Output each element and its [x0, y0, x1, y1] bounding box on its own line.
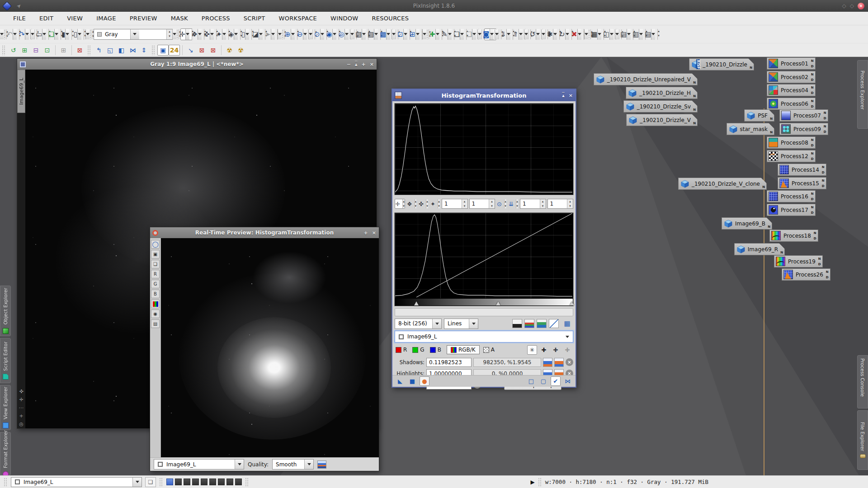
zoom-shrink[interactable]: ✜: [418, 199, 429, 209]
spinner-arrows[interactable]: [489, 199, 495, 208]
show-output[interactable]: ⇊: [508, 199, 519, 209]
track-icon[interactable]: ✛: [19, 397, 23, 402]
chevron-down-icon[interactable]: [25, 29, 29, 40]
chevron-down-icon[interactable]: [432, 319, 441, 328]
menu-item[interactable]: SCRIPT: [237, 15, 272, 22]
channel-b[interactable]: B: [430, 347, 441, 353]
spinner-arrows[interactable]: [657, 29, 660, 40]
spinner-arrows[interactable]: [438, 199, 440, 208]
monitor-profile[interactable]: ▣: [157, 45, 169, 56]
chevron-down-icon[interactable]: [506, 29, 510, 40]
chevron-down-icon[interactable]: [627, 29, 631, 40]
menu-item[interactable]: VIEW: [60, 15, 90, 22]
spinner-arrows[interactable]: [540, 199, 546, 208]
chevron-down-icon[interactable]: [584, 29, 588, 39]
chevron-down-icon[interactable]: [615, 29, 619, 39]
menu-item[interactable]: IMAGE: [90, 15, 123, 22]
monitor-disable[interactable]: ⊠: [196, 45, 208, 56]
Format Explorer[interactable]: Format Explorer: [0, 432, 11, 475]
workspace-icon-1[interactable]: ◇: [842, 3, 846, 9]
menu-item[interactable]: EDIT: [33, 15, 60, 22]
process-icon[interactable]: Process17 N D: [767, 204, 816, 216]
close-button[interactable]: ×: [372, 230, 376, 236]
channel-b-icon[interactable]: B: [151, 290, 160, 298]
center-view[interactable]: ◈: [229, 28, 241, 40]
channel-alpha[interactable]: A: [483, 347, 495, 353]
shadows-marker[interactable]: [414, 301, 419, 305]
process-icon[interactable]: Process04 N D: [767, 84, 816, 96]
File Explorer[interactable]: File Explorer: [857, 410, 868, 470]
chevron-down-icon[interactable]: [403, 29, 407, 40]
background-pattern[interactable]: ▦: [592, 28, 604, 40]
spinner-arrows[interactable]: [462, 199, 467, 208]
gamut-warning-export[interactable]: ☢: [235, 45, 246, 56]
chevron-down-icon[interactable]: [495, 29, 499, 39]
snapshot-icon[interactable]: ◉: [151, 310, 160, 318]
menu-item[interactable]: PROCESS: [195, 15, 237, 22]
clone-image[interactable]: ❏: [455, 28, 467, 40]
chevron-down-icon[interactable]: [519, 29, 523, 40]
raw-clipping-2[interactable]: ✚: [551, 345, 561, 355]
Process Explorer[interactable]: Process Explorer: [857, 60, 868, 129]
target-view-select[interactable]: Image69_L: [395, 331, 573, 343]
process-icon[interactable]: Process02 N D: [767, 71, 816, 83]
chevron-down-icon[interactable]: [536, 29, 540, 40]
image-tag[interactable]: _190210_Drizzle_V_clone N: [678, 178, 767, 190]
mirror-vertical[interactable]: ⇕: [138, 45, 150, 56]
raw-clipping-1[interactable]: ✚: [539, 345, 549, 355]
shrink-interface[interactable]: ⋈: [563, 376, 573, 386]
chevron-down-icon[interactable]: [651, 29, 655, 40]
link-channels[interactable]: ✳: [527, 345, 537, 355]
workspace-button[interactable]: [166, 479, 173, 485]
plot-style-select[interactable]: Lines: [444, 319, 478, 329]
track-view[interactable]: ✛: [180, 28, 193, 40]
show-transfer-curve[interactable]: [549, 319, 559, 328]
chevron-down-icon[interactable]: [198, 29, 202, 40]
chevron-down-icon[interactable]: [577, 29, 581, 40]
chevron-down-icon[interactable]: [609, 29, 613, 40]
spinner-arrows[interactable]: [166, 29, 172, 39]
chevron-down-icon[interactable]: [130, 29, 139, 39]
view-tab[interactable]: Image69_L: [17, 70, 25, 113]
chevron-down-icon[interactable]: [54, 29, 58, 40]
raw-clipping-3[interactable]: ✚: [562, 345, 572, 355]
chevron-down-icon[interactable]: [566, 336, 569, 338]
workspace-icon-2[interactable]: ◇: [850, 3, 854, 9]
output-histogram-plot[interactable]: [394, 212, 574, 306]
new-image[interactable]: ✚: [430, 28, 443, 40]
midtones-gradient-bar[interactable]: [395, 299, 573, 305]
select-modify[interactable]: ▨: [369, 28, 381, 40]
maximize-button[interactable]: +: [364, 230, 368, 236]
readout-mode-2[interactable]: ▥: [634, 28, 646, 40]
workspace-button[interactable]: [226, 479, 233, 485]
process-icon[interactable]: Process08 N D: [767, 136, 816, 149]
Script Editor[interactable]: Script Editor: [0, 338, 11, 383]
chevron-down-icon[interactable]: [344, 29, 349, 40]
workspace-button[interactable]: [218, 479, 225, 485]
close-button[interactable]: ×: [370, 61, 374, 67]
display-mode-select[interactable]: Gray: [94, 29, 173, 40]
new-instance[interactable]: ◣: [395, 376, 405, 386]
chevron-down-icon[interactable]: [639, 29, 643, 40]
chevron-down-icon[interactable]: [308, 29, 312, 39]
reset[interactable]: □: [526, 376, 536, 386]
monitor-disable-all[interactable]: ⊠: [208, 45, 219, 56]
refresh-image[interactable]: ↻: [560, 28, 572, 40]
chevron-down-icon[interactable]: [524, 29, 528, 39]
paste-image[interactable]: ▯: [74, 28, 86, 40]
output-h-zoom[interactable]: 1: [520, 199, 546, 209]
chevron-down-icon[interactable]: [350, 29, 354, 39]
image-tag[interactable]: PSF N: [744, 109, 774, 122]
rotate-left[interactable]: ↰: [93, 45, 104, 56]
process-icon[interactable]: Process18 N D: [769, 230, 818, 242]
select-window[interactable]: ◱: [104, 45, 116, 56]
readout-options-icon[interactable]: ⋯: [19, 405, 24, 410]
image-tag[interactable]: _190210_Drizzle_H N: [626, 87, 698, 99]
shade-button[interactable]: ▴: [355, 61, 358, 67]
chevron-down-icon[interactable]: [448, 29, 452, 40]
show-filled-histogram[interactable]: [537, 319, 547, 328]
highlights-marker[interactable]: [570, 301, 574, 305]
maximize-button[interactable]: +: [362, 61, 366, 67]
process-icon[interactable]: Process19 N D: [774, 255, 823, 267]
zoom-1-1[interactable]: ⊙: [315, 28, 327, 40]
